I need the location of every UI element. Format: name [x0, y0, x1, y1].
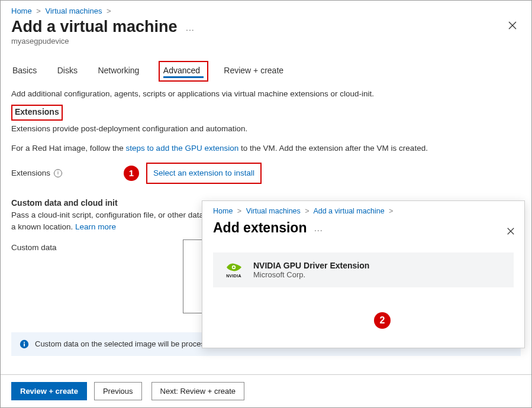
svg-rect-1 [24, 343, 25, 346]
breadcrumb-main: Home > Virtual machines > [1, 1, 531, 17]
close-icon[interactable] [504, 17, 521, 37]
extension-title: NVIDIA GPU Driver Extension [253, 261, 504, 270]
overlay-bc-addvm[interactable]: Add a virtual machine [313, 207, 384, 215]
tab-bar: Basics Disks Networking Advanced Review … [1, 61, 531, 82]
more-icon[interactable]: ··· [186, 25, 195, 34]
footer-bar: Review + create Previous Next: Review + … [1, 374, 531, 407]
nvidia-logo-icon: NVIDIA [223, 261, 245, 279]
overlay-title: Add extension [213, 220, 307, 236]
tab-networking[interactable]: Networking [96, 62, 140, 81]
svg-rect-2 [24, 342, 25, 343]
callout-1: 1 [124, 166, 139, 181]
extensions-heading: Extensions [11, 105, 63, 121]
page-subtitle: myasegpudevice [1, 37, 531, 56]
info-icon [20, 339, 29, 349]
review-create-button[interactable]: Review + create [11, 382, 87, 400]
extension-card-nvidia[interactable]: NVIDIA NVIDIA GPU Driver Extension Micro… [213, 252, 514, 287]
callout-2: 2 [374, 312, 391, 329]
tab-review[interactable]: Review + create [223, 62, 285, 81]
nvidia-logo-text: NVIDIA [226, 274, 241, 278]
redhat-suffix: to the VM. Add the extension after the V… [238, 144, 428, 153]
breadcrumb-sep-icon: > [107, 7, 111, 15]
overlay-more-icon[interactable]: ··· [314, 225, 323, 235]
previous-button[interactable]: Previous [94, 382, 142, 400]
redhat-link[interactable]: steps to add the GPU extension [126, 144, 239, 153]
learn-more-link[interactable]: Learn more [75, 222, 116, 231]
tab-underline [163, 76, 204, 78]
extensions-desc: Extensions provide post-deployment confi… [11, 123, 521, 135]
redhat-prefix: For a Red Hat image, follow the [11, 144, 126, 153]
breadcrumb-home[interactable]: Home [11, 7, 32, 15]
select-extension-link[interactable]: Select an extension to install [153, 169, 254, 177]
tab-advanced-highlight: Advanced [159, 61, 208, 82]
overlay-close-icon[interactable] [503, 222, 518, 242]
tab-disks[interactable]: Disks [56, 62, 79, 81]
breadcrumb-vms[interactable]: Virtual machines [46, 7, 102, 15]
redhat-text: For a Red Hat image, follow the steps to… [11, 143, 521, 154]
overlay-bc-vms[interactable]: Virtual machines [246, 207, 301, 215]
breadcrumb-sep-icon: > [389, 207, 393, 215]
advanced-intro: Add additional configuration, agents, sc… [11, 88, 521, 100]
extensions-label-row: Extensions i [11, 167, 124, 179]
svg-point-4 [233, 266, 234, 268]
tab-advanced[interactable]: Advanced [163, 63, 200, 77]
overlay-breadcrumb: Home > Virtual machines > Add a virtual … [213, 207, 514, 215]
overlay-bc-home[interactable]: Home [213, 207, 233, 215]
breadcrumb-sep-icon: > [36, 7, 41, 15]
extension-publisher: Microsoft Corp. [253, 270, 504, 279]
add-extension-panel: Home > Virtual machines > Add a virtual … [202, 200, 525, 348]
next-button[interactable]: Next: Review + create [151, 382, 245, 400]
tab-basics[interactable]: Basics [11, 62, 38, 81]
info-icon[interactable]: i [54, 169, 62, 177]
page-title: Add a virtual machine [11, 18, 178, 36]
extensions-label: Extensions [11, 167, 50, 179]
breadcrumb-sep-icon: > [237, 207, 241, 215]
breadcrumb-sep-icon: > [305, 207, 309, 215]
custom-data-label: Custom data [11, 239, 183, 313]
select-extension-highlight: Select an extension to install [146, 163, 262, 184]
